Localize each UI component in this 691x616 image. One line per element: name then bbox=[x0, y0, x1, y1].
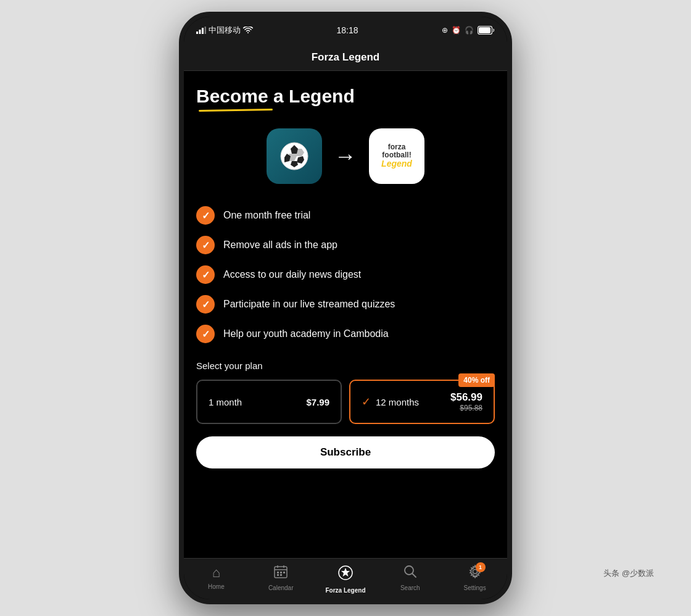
svg-rect-0 bbox=[196, 31, 198, 34]
feature-item: ✓ Participate in our live streamed quizz… bbox=[196, 295, 495, 314]
feature-item: ✓ Remove all ads in the app bbox=[196, 236, 495, 254]
feature-text: One month free trial bbox=[223, 210, 310, 221]
current-app-icon bbox=[267, 128, 322, 184]
tab-settings[interactable]: 1 Settings bbox=[442, 565, 507, 591]
feature-item: ✓ Access to our daily news digest bbox=[196, 265, 495, 284]
tab-home-label: Home bbox=[208, 583, 225, 590]
phone-frame: 中国移动 18:18 ⊕ ⏰ 🎧 bbox=[179, 12, 512, 604]
settings-icon-wrapper: 1 bbox=[468, 565, 482, 582]
svg-rect-17 bbox=[280, 572, 282, 573]
feature-text: Participate in our live streamed quizzes bbox=[223, 299, 395, 310]
check-icon: ✓ bbox=[196, 265, 215, 284]
svg-rect-2 bbox=[202, 28, 204, 34]
plan-selected-check-icon: ✓ bbox=[362, 395, 371, 409]
monthly-plan-card[interactable]: 1 month $7.99 bbox=[196, 380, 342, 424]
yearly-plan-price: $56.99 bbox=[450, 391, 482, 404]
tab-forza-legend-label: Forza Legend bbox=[325, 587, 365, 594]
headphone-icon: 🎧 bbox=[465, 26, 474, 35]
yearly-original-price: $95.88 bbox=[450, 404, 482, 412]
app-header: Forza Legend bbox=[184, 44, 507, 71]
settings-badge: 1 bbox=[476, 562, 486, 572]
feature-item: ✓ Help our youth academy in Cambodia bbox=[196, 325, 495, 343]
main-content: Become a Legend → bbox=[184, 71, 507, 558]
plan-section-label: Select your plan bbox=[196, 360, 495, 371]
transition-arrow-icon: → bbox=[334, 143, 357, 169]
home-icon: ⌂ bbox=[212, 565, 220, 580]
home-icon-wrapper: ⌂ bbox=[212, 565, 220, 581]
status-carrier: 中国移动 bbox=[196, 25, 253, 36]
svg-rect-3 bbox=[205, 27, 207, 34]
page-title: Become a Legend bbox=[196, 86, 495, 107]
feature-list: ✓ One month free trial ✓ Remove all ads … bbox=[196, 206, 495, 343]
tab-bar: ⌂ Home bbox=[184, 558, 507, 604]
svg-rect-16 bbox=[277, 572, 279, 573]
alarm-icon: ⏰ bbox=[452, 26, 461, 35]
search-icon bbox=[403, 566, 417, 581]
carrier-name: 中国移动 bbox=[209, 25, 241, 36]
app-title: Forza Legend bbox=[312, 51, 380, 64]
status-icons: ⊕ ⏰ 🎧 bbox=[442, 26, 495, 35]
tab-home[interactable]: ⌂ Home bbox=[184, 565, 249, 590]
feature-item: ✓ One month free trial bbox=[196, 206, 495, 225]
svg-rect-5 bbox=[479, 27, 490, 33]
svg-rect-18 bbox=[283, 572, 285, 573]
forza-legend-icon bbox=[337, 568, 354, 584]
svg-rect-20 bbox=[280, 574, 282, 576]
calendar-icon-wrapper bbox=[274, 565, 288, 582]
monthly-plan-label: 1 month bbox=[209, 397, 242, 407]
status-time: 18:18 bbox=[336, 25, 358, 35]
legend-app-icon: forza football! Legend bbox=[369, 128, 424, 184]
check-icon: ✓ bbox=[196, 325, 215, 343]
tab-forza-legend[interactable]: Forza Legend bbox=[313, 565, 378, 594]
svg-marker-22 bbox=[341, 568, 350, 576]
tab-search-label: Search bbox=[400, 585, 420, 591]
app-icons-row: → forza football! Legend bbox=[196, 128, 495, 184]
check-icon: ✓ bbox=[196, 236, 215, 254]
yearly-plan-label: 12 months bbox=[376, 397, 419, 407]
discount-badge: 40% off bbox=[458, 373, 495, 387]
check-icon: ✓ bbox=[196, 295, 215, 314]
svg-line-24 bbox=[412, 574, 416, 578]
watermark: 头条 @少数派 bbox=[603, 568, 654, 579]
monthly-plan-price: $7.99 bbox=[306, 397, 329, 407]
plans-row[interactable]: 1 month $7.99 40% off ✓ 12 months $56.99… bbox=[196, 380, 495, 424]
feature-text: Access to our daily news digest bbox=[223, 269, 361, 280]
subscribe-button[interactable]: Subscribe bbox=[196, 436, 495, 468]
feature-text: Help our youth academy in Cambodia bbox=[223, 328, 389, 339]
tab-settings-label: Settings bbox=[464, 585, 486, 591]
tab-calendar[interactable]: Calendar bbox=[249, 565, 313, 591]
title-underline bbox=[199, 109, 273, 112]
tab-calendar-label: Calendar bbox=[268, 585, 294, 591]
subscribe-area: Subscribe bbox=[196, 436, 495, 468]
screen-lock-icon: ⊕ bbox=[442, 26, 448, 35]
calendar-icon bbox=[274, 566, 288, 581]
yearly-plan-card[interactable]: 40% off ✓ 12 months $56.99 $95.88 bbox=[349, 380, 495, 424]
feature-text: Remove all ads in the app bbox=[223, 239, 337, 251]
status-bar: 中国移动 18:18 ⊕ ⏰ 🎧 bbox=[184, 17, 507, 44]
svg-rect-19 bbox=[277, 574, 279, 576]
svg-rect-1 bbox=[199, 30, 201, 34]
forza-legend-logo: forza football! Legend bbox=[381, 143, 412, 169]
search-icon-wrapper bbox=[403, 565, 417, 582]
tab-search[interactable]: Search bbox=[378, 565, 442, 591]
check-icon: ✓ bbox=[196, 206, 215, 225]
yearly-plan-price-col: $56.99 $95.88 bbox=[450, 391, 482, 412]
forza-icon-wrapper bbox=[337, 565, 354, 585]
